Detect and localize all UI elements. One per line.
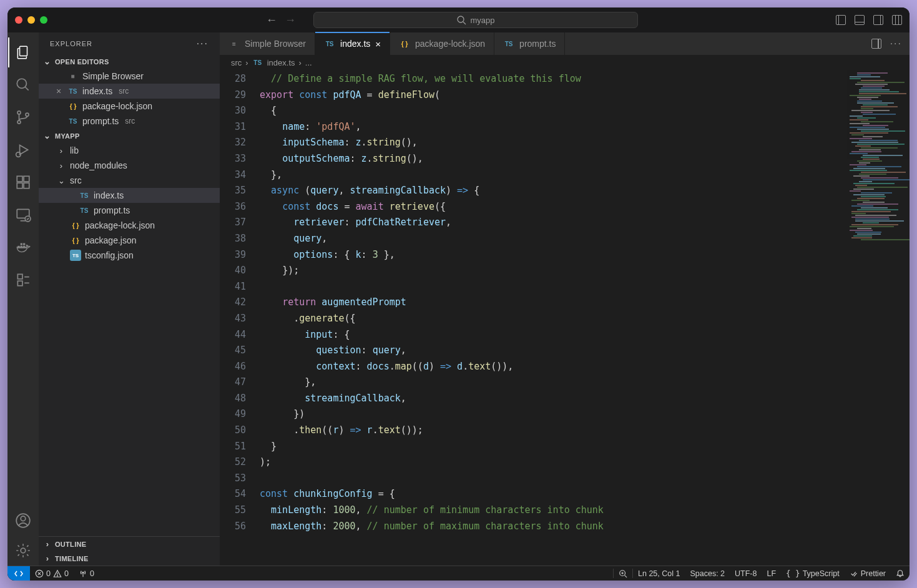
search-icon	[456, 15, 466, 25]
toggle-primary-sidebar-button[interactable]	[836, 15, 846, 25]
folder-item[interactable]: ›lib	[39, 143, 220, 158]
svg-point-7	[26, 113, 29, 116]
tab-actions: ···	[864, 32, 910, 55]
explorer-activity-button[interactable]	[8, 37, 38, 67]
file-item[interactable]: { }package-lock.json	[39, 218, 220, 233]
close-icon[interactable]: ×	[54, 86, 64, 96]
vscode-window: ← → myapp	[7, 7, 910, 581]
svg-rect-13	[24, 176, 29, 182]
svg-point-5	[17, 111, 21, 114]
prettier-button[interactable]: Prettier	[845, 569, 891, 578]
ports-count: 0	[90, 569, 94, 578]
encoding-button[interactable]: UTF-8	[730, 569, 762, 578]
traffic-lights	[15, 16, 47, 24]
title-right	[836, 15, 902, 25]
chevron-down-icon: ⌄	[42, 131, 52, 140]
svg-line-32	[625, 575, 627, 577]
nav-forward-button[interactable]: →	[285, 14, 296, 27]
open-editor-item[interactable]: TSprompt.tssrc	[39, 114, 220, 129]
zoom-button[interactable]	[613, 569, 633, 578]
tree-item-label: package.json	[85, 235, 137, 245]
workbench-body: EXPLORER ··· ⌄ OPEN EDITORS ≡Simple Brow…	[7, 32, 910, 566]
editor-tab[interactable]: TSindex.ts×	[315, 32, 390, 55]
ports-button[interactable]: 0	[74, 569, 99, 578]
open-editor-hint: src	[119, 87, 129, 96]
outline-section[interactable]: › OUTLINE	[39, 537, 220, 551]
problems-button[interactable]: 0 0	[30, 569, 74, 578]
file-item[interactable]: { }package.json	[39, 233, 220, 248]
zoom-window-button[interactable]	[40, 16, 47, 24]
command-center[interactable]: myapp	[313, 12, 638, 28]
search-activity-button[interactable]	[8, 70, 38, 100]
open-editor-item[interactable]: ×TSindex.tssrc	[39, 84, 220, 99]
editor-tab[interactable]: TSprompt.ts	[494, 32, 565, 55]
open-editors-label: OPEN EDITORS	[55, 58, 109, 66]
breadcrumb-part: index.ts	[267, 58, 295, 67]
error-icon	[35, 569, 44, 578]
indentation-button[interactable]: Spaces: 2	[685, 569, 730, 578]
ts-icon: TS	[252, 57, 263, 68]
customize-layout-button[interactable]	[892, 15, 902, 25]
minimap[interactable]	[847, 70, 910, 566]
editor-region: ≡Simple BrowserTSindex.ts×{ }package-loc…	[220, 32, 910, 566]
error-count: 0	[46, 569, 51, 578]
account-icon	[15, 512, 31, 529]
accounts-activity-button[interactable]	[8, 506, 38, 536]
editor-tab[interactable]: ≡Simple Browser	[220, 32, 315, 55]
close-window-button[interactable]	[15, 16, 22, 24]
breadcrumb[interactable]: src › TS index.ts › ...	[220, 55, 910, 70]
folder-item[interactable]: ⌄src	[39, 173, 220, 188]
minimize-window-button[interactable]	[27, 16, 35, 24]
tree-item-label: prompt.ts	[94, 205, 130, 215]
svg-rect-12	[24, 183, 29, 189]
settings-activity-button[interactable]	[8, 536, 38, 566]
folder-item[interactable]: ›node_modules	[39, 158, 220, 173]
remote-button[interactable]	[7, 566, 30, 581]
docker-activity-button[interactable]	[8, 232, 38, 262]
chevron-icon: ⌄	[56, 176, 66, 185]
open-editor-item[interactable]: { }package-lock.json	[39, 99, 220, 114]
editor-more-button[interactable]: ···	[890, 38, 902, 49]
code-area[interactable]: // Define a simple RAG flow, we will eva…	[257, 70, 847, 566]
sidebar-title-text: EXPLORER	[50, 40, 92, 47]
toggle-secondary-sidebar-button[interactable]	[873, 15, 883, 25]
extensions-icon	[15, 174, 31, 190]
tree-item-label: src	[70, 175, 82, 185]
testing-activity-button[interactable]	[8, 265, 38, 295]
file-item[interactable]: TStsconfig.json	[39, 248, 220, 263]
language-mode-button[interactable]: { } TypeScript	[781, 569, 845, 578]
files-icon	[15, 44, 31, 61]
split-editor-button[interactable]	[871, 39, 881, 49]
nav-back-button[interactable]: ←	[266, 14, 277, 27]
open-editors-section[interactable]: ⌄ OPEN EDITORS	[39, 54, 220, 69]
timeline-section[interactable]: › TIMELINE	[39, 551, 220, 566]
project-section[interactable]: ⌄ MYAPP	[39, 129, 220, 143]
file-item[interactable]: TSprompt.ts	[39, 203, 220, 218]
ts-icon: TS	[503, 38, 514, 49]
sidebar-more-button[interactable]: ···	[197, 38, 208, 49]
json-icon: { }	[70, 220, 81, 231]
eol-button[interactable]: LF	[762, 569, 781, 578]
code-editor[interactable]: 2829303132333435363738394041424344454647…	[220, 70, 910, 566]
chevron-icon: ›	[56, 146, 66, 155]
cursor-position[interactable]: Ln 25, Col 1	[633, 569, 685, 578]
timeline-label: TIMELINE	[55, 555, 89, 562]
scm-activity-button[interactable]	[8, 102, 38, 132]
svg-marker-8	[20, 145, 28, 154]
browser-icon: ≡	[228, 38, 240, 49]
debug-activity-button[interactable]	[8, 135, 38, 165]
open-editor-item[interactable]: ≡Simple Browser	[39, 69, 220, 84]
open-editor-hint: src	[125, 117, 135, 125]
chevron-right-icon: ›	[42, 539, 52, 549]
ts-icon: TS	[324, 38, 335, 49]
editor-tab[interactable]: { }package-lock.json	[390, 32, 494, 55]
tab-label: index.ts	[340, 39, 370, 49]
svg-rect-23	[17, 281, 22, 286]
toggle-panel-button[interactable]	[855, 15, 865, 25]
extensions-activity-button[interactable]	[8, 167, 38, 197]
file-item[interactable]: TSindex.ts	[39, 188, 220, 203]
remote-explorer-activity-button[interactable]	[8, 200, 38, 230]
notifications-button[interactable]	[891, 569, 910, 578]
ts-icon: TS	[67, 86, 79, 97]
close-tab-button[interactable]: ×	[375, 39, 381, 49]
